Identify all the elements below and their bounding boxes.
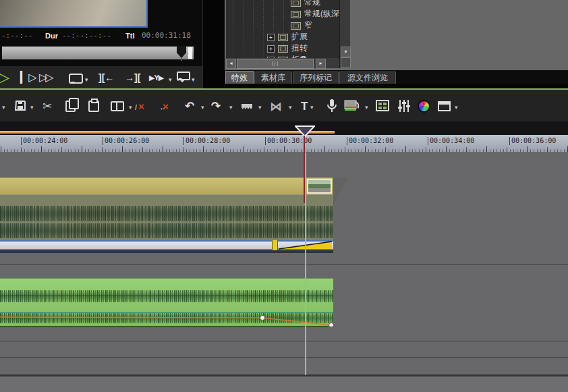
transition-dropdown-caret[interactable]: ▾ bbox=[289, 103, 292, 111]
scroll-left-button[interactable]: ◂ bbox=[226, 59, 236, 69]
tree-item-label[interactable]: 扩展 bbox=[291, 32, 308, 42]
tree-item-label[interactable]: 常规 bbox=[304, 0, 320, 7]
timeline-inout-strip bbox=[0, 121, 568, 135]
video-clip[interactable] bbox=[0, 177, 333, 195]
expand-plus-icon[interactable]: + bbox=[267, 45, 275, 53]
title-dropdown-caret[interactable]: ▾ bbox=[310, 103, 314, 111]
redo-dropdown-caret[interactable]: ▾ bbox=[229, 103, 233, 111]
timecode-current: -:--:-- bbox=[1, 30, 32, 42]
razor-dropdown-caret[interactable]: ▾ bbox=[258, 103, 262, 111]
cut-icon[interactable]: ✂ bbox=[42, 99, 52, 115]
video-editor-window: -:--:-- Dur --:--:--:-- Ttl 00:00:31:18 … bbox=[0, 0, 568, 392]
scroll-down-button[interactable]: ▾ bbox=[341, 47, 351, 57]
tree-item-twist[interactable]: + 扭转 bbox=[226, 43, 339, 55]
tab-library[interactable]: 素材库 bbox=[254, 72, 292, 84]
scrubber-end-bar[interactable] bbox=[188, 47, 192, 59]
tree-item-label[interactable]: 扭转 bbox=[291, 43, 308, 53]
expand-plus-icon[interactable]: + bbox=[267, 34, 275, 41]
folder-icon bbox=[278, 34, 288, 41]
clip-end-thumbnail bbox=[307, 179, 332, 194]
folder-icon bbox=[278, 45, 288, 53]
duration-label: Dur bbox=[45, 30, 58, 42]
playhead-triangle[interactable] bbox=[295, 125, 315, 138]
loop-playback-icon[interactable] bbox=[69, 74, 83, 84]
undo-dropdown-caret[interactable]: ▾ bbox=[201, 103, 204, 111]
video-clip-audio-body[interactable] bbox=[0, 194, 333, 241]
multicam-grid-icon[interactable] bbox=[376, 100, 389, 114]
ruler-label: 00:00:36:00 bbox=[509, 137, 556, 145]
fade-keyframe-handle[interactable] bbox=[272, 240, 278, 250]
timecode-bar: -:--:-- Dur --:--:--:-- Ttl 00:00:31:18 bbox=[0, 30, 201, 42]
scrubber-position-marker[interactable] bbox=[177, 47, 186, 58]
ruler-label: 00:00:24:00 bbox=[21, 137, 67, 145]
duplicate-icon[interactable] bbox=[111, 101, 124, 111]
undo-icon[interactable]: ↶ bbox=[185, 99, 194, 115]
toolbar-dropdown-caret[interactable]: ▾ bbox=[2, 103, 5, 111]
ripple-arrow-glyph: ← bbox=[159, 103, 167, 111]
effects-palette: 常规 常规(纵深) 窄 + 扩展 + 扭转 + bbox=[225, 0, 568, 84]
play-button[interactable]: ▷ bbox=[0, 66, 9, 89]
ruler-label: 00:00:26:00 bbox=[103, 137, 149, 145]
preview-scrubber[interactable] bbox=[1, 46, 194, 60]
voiceover-mic-icon[interactable] bbox=[326, 99, 337, 116]
title-icon[interactable]: T bbox=[301, 99, 308, 115]
ripple-delete-icon[interactable]: ×← bbox=[163, 99, 169, 115]
transport-controls: ▷ ▎▷ ▷▷ ▾ ][← →][ ▶Y▶ ▾ ↷ ▾ bbox=[0, 65, 202, 89]
volume-keyframe-dot[interactable] bbox=[260, 316, 265, 320]
timeline-ruler[interactable]: 00:00:24:00 00:00:26:00 00:00:28:00 00:0… bbox=[0, 135, 568, 152]
transition-icon[interactable]: ⋈ bbox=[270, 99, 282, 115]
track-divider bbox=[0, 341, 568, 341]
ruler-label: 00:00:32:00 bbox=[347, 137, 393, 145]
tab-effects[interactable]: 特效 bbox=[225, 71, 254, 84]
scroll-right-button[interactable]: ▸ bbox=[316, 59, 326, 69]
total-label: Ttl bbox=[125, 30, 134, 42]
audio-waveform-band bbox=[0, 206, 333, 221]
layout-dropdown-caret[interactable]: ▾ bbox=[455, 103, 458, 111]
volume-keyframe-dot[interactable] bbox=[329, 323, 334, 327]
window-layout-icon[interactable] bbox=[438, 101, 451, 111]
tab-sequence-marker[interactable]: 序列标记 bbox=[293, 72, 339, 84]
tree-item-normal[interactable]: 常规 bbox=[226, 0, 339, 9]
export-dropdown-caret[interactable]: ▾ bbox=[192, 68, 195, 91]
track-divider bbox=[0, 264, 568, 265]
delete-icon[interactable]: ×/ bbox=[138, 99, 144, 115]
video-preview-frame bbox=[0, 0, 148, 28]
color-correction-icon[interactable] bbox=[418, 100, 430, 113]
folder-icon bbox=[291, 22, 301, 30]
palette-tab-bar: 特效 素材库 序列标记 源文件浏览 bbox=[225, 70, 568, 84]
step-forward-button[interactable]: ▎▷ bbox=[20, 66, 37, 89]
paste-dropdown-caret[interactable]: ▾ bbox=[129, 103, 132, 111]
inout-duration-bar[interactable] bbox=[0, 131, 335, 134]
tree-vertical-scrollbar[interactable]: ▾ bbox=[339, 0, 350, 68]
audio-mixer-icon[interactable] bbox=[397, 99, 411, 115]
tree-item-normal-depth[interactable]: 常规(纵深) bbox=[226, 9, 339, 20]
render-dropdown-caret[interactable]: ▾ bbox=[365, 103, 368, 111]
save-dropdown-caret[interactable]: ▾ bbox=[30, 103, 34, 111]
timeline-tracks bbox=[0, 152, 568, 392]
fast-forward-button[interactable]: ▷▷ bbox=[39, 66, 52, 89]
save-icon[interactable] bbox=[15, 100, 26, 114]
loop-dropdown-caret[interactable]: ▾ bbox=[85, 68, 88, 91]
tree-item-label[interactable]: 常规(纵深) bbox=[304, 9, 339, 19]
horizontal-scroll-thumb[interactable] bbox=[237, 59, 314, 69]
effects-tree: 常规 常规(纵深) 窄 + 扩展 + 扭转 + bbox=[226, 0, 339, 58]
tab-source-browser[interactable]: 源文件浏览 bbox=[339, 72, 396, 84]
timeline-toolbar: ▾ ▾ ✂ ▾ ×/ ×← ↶ ▾ ↷ ▾ ▾ ⋈ ▾ T ▾ ▾ bbox=[0, 88, 568, 123]
play-around-dropdown-caret[interactable]: ▾ bbox=[169, 68, 172, 91]
volume-rubber-band[interactable] bbox=[0, 279, 333, 327]
delete-slash-glyph: / bbox=[135, 103, 137, 111]
audio-clip[interactable] bbox=[0, 278, 333, 327]
tree-horizontal-scrollbar[interactable]: ◂ ▸ bbox=[226, 58, 339, 68]
paste-icon[interactable] bbox=[88, 101, 99, 112]
render-export-icon[interactable] bbox=[344, 100, 360, 115]
jump-to-in-button[interactable]: ][← bbox=[98, 66, 114, 89]
tree-item-expand[interactable]: + 扩展 bbox=[226, 32, 339, 43]
jump-to-out-button[interactable]: →][ bbox=[125, 66, 140, 89]
play-around-cursor-button[interactable]: ▶Y▶ bbox=[149, 66, 163, 89]
tree-item-narrow[interactable]: 窄 bbox=[226, 20, 339, 32]
copy-icon[interactable] bbox=[65, 101, 76, 112]
playhead-line-cyan[interactable] bbox=[305, 152, 306, 375]
tree-item-label[interactable]: 窄 bbox=[304, 20, 312, 30]
redo-icon[interactable]: ↷ bbox=[211, 99, 221, 115]
razor-icon[interactable] bbox=[241, 101, 253, 113]
